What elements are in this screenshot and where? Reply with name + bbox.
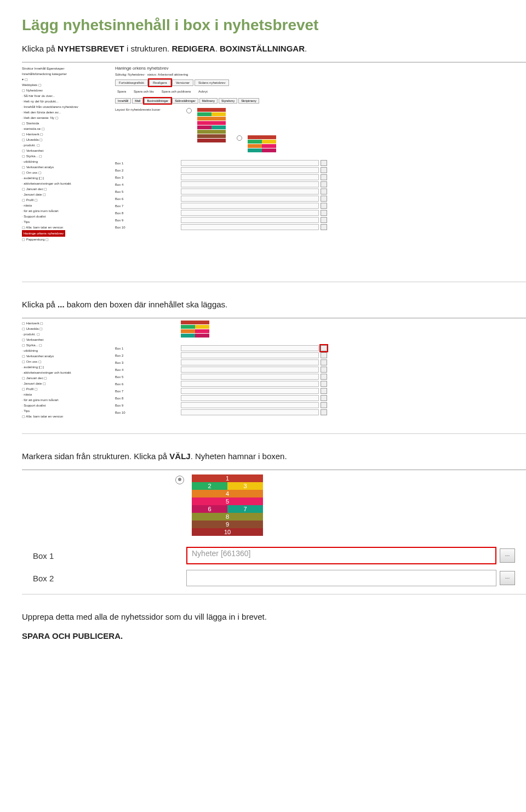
box-browse-button[interactable] (321, 367, 327, 373)
sub-tab[interactable]: Mallmeny (199, 98, 218, 104)
tree-item[interactable]: · produkt. ▢ (22, 142, 104, 148)
tree-item[interactable]: · Helt ny del för produkt... (22, 99, 104, 104)
box-browse-button[interactable] (321, 409, 327, 415)
tree-item[interactable]: · avdelning [▢] (22, 175, 104, 181)
box-browse-button[interactable] (321, 345, 327, 351)
sub-tab[interactable]: Boxinställningar (144, 98, 171, 104)
tree-item[interactable]: · Helt den första delen av... (22, 110, 104, 115)
tree-item[interactable]: ▢ Alla: barn talar en version (22, 414, 104, 419)
main-tab[interactable]: Fortsättsegrafiskt (115, 79, 148, 86)
tree-item[interactable]: ▢ Om oss ▢ (22, 170, 104, 175)
box-browse-button[interactable] (321, 196, 327, 202)
tree-item[interactable]: ▢ Profil ▢ (22, 197, 104, 203)
box-browse-button[interactable] (321, 210, 327, 216)
box2-browse-button[interactable]: ... (500, 571, 515, 585)
box1-input[interactable]: Nyheter [661360] (186, 547, 496, 564)
box1-browse-button[interactable]: ... (500, 548, 515, 563)
box-field[interactable] (181, 395, 319, 401)
tree-item[interactable]: · Innehåll från utvecklarens nyhetsbrev (22, 104, 104, 110)
main-tab[interactable]: Sidans nyhetsbrev (195, 79, 229, 86)
box-field[interactable] (181, 181, 319, 187)
box-field[interactable] (181, 203, 319, 209)
box-browse-button[interactable] (321, 374, 327, 380)
tree-item-selected[interactable]: Haninge orkens nyhetsbrev (22, 230, 65, 237)
tree-item[interactable]: ▢ Styrka... ▢ (22, 153, 104, 159)
box-field[interactable] (181, 217, 319, 223)
sub-tab[interactable]: Styrelsmy (219, 98, 237, 104)
tree-item[interactable]: ▢ Verksamhet analys (22, 164, 104, 170)
tree-item[interactable]: · utbildning (22, 159, 104, 164)
box-browse-button[interactable] (321, 203, 327, 209)
radio-selected-layout[interactable] (175, 476, 184, 484)
box-field[interactable] (181, 210, 319, 216)
tree-item[interactable]: ▾ ▢ (22, 77, 104, 82)
tree-item[interactable]: ▢ Om oss ▢ (22, 359, 104, 364)
tree-item[interactable]: · utbildning (22, 348, 104, 353)
tree-item[interactable]: Innehållsförteckning kategorier (22, 71, 104, 77)
sub-tab[interactable]: Sidinställningar (172, 98, 198, 104)
tree-item[interactable]: ▢ Hantverk ▢ (22, 321, 104, 326)
tree-item[interactable]: · aktivitetsanvisningar och kontakt (22, 370, 104, 375)
tree-item[interactable]: ▢ Verksamhet (22, 148, 104, 153)
tree-item[interactable]: · nästa (22, 203, 104, 208)
box2-input[interactable] (186, 570, 496, 586)
box-field[interactable] (181, 188, 319, 195)
box-field[interactable] (181, 409, 319, 415)
box-field[interactable] (181, 352, 319, 358)
tree-item[interactable]: · Support dualist (22, 214, 104, 219)
tree-item[interactable]: · Support dualist (22, 403, 104, 408)
tree-item[interactable]: ▢ Verksamhet analys (22, 353, 104, 359)
box-browse-button[interactable] (321, 352, 327, 358)
tree-item[interactable]: ▢ Utveckla ▢ (22, 137, 104, 142)
tree-item[interactable]: ▢ Startsida (22, 121, 104, 126)
box-field[interactable] (181, 374, 319, 380)
action-button[interactable]: Spara (115, 89, 128, 94)
tree-item[interactable]: · avdelning [▢] (22, 364, 104, 370)
box-browse-button[interactable] (321, 188, 327, 195)
box-browse-button[interactable] (321, 174, 327, 180)
tree-item[interactable]: ▢ Alla: barn talar en version (22, 225, 104, 230)
tree-item[interactable]: · startsida.se ▢ (22, 126, 104, 131)
box-field[interactable] (181, 388, 319, 394)
box-browse-button[interactable] (321, 395, 327, 401)
tree-item[interactable]: · Helt den senaste: Ny ▢ (22, 115, 104, 121)
box-field[interactable] (181, 167, 319, 173)
box-browse-button[interactable] (321, 181, 327, 187)
tree-item[interactable]: Struktur Innehåll Egenskaper (22, 66, 104, 71)
action-button[interactable]: Spara och läs (132, 89, 156, 94)
box-browse-button[interactable] (321, 402, 327, 408)
box-field[interactable] (181, 367, 319, 373)
sub-tab[interactable]: Skriptmeny (238, 98, 259, 104)
box-browse-button[interactable] (321, 224, 327, 230)
tree-item[interactable]: ▢ Verksamhet (22, 337, 104, 342)
box-browse-button[interactable] (321, 388, 327, 394)
tree-item[interactable]: · aktivitetsanvisningar och kontakt (22, 181, 104, 186)
box-browse-button[interactable] (321, 359, 327, 365)
main-tab[interactable]: Versioner (172, 79, 193, 86)
tree-item[interactable]: · Januari date ▢ (22, 381, 104, 386)
tree-item[interactable]: ▢ Utveckla ▢ (22, 326, 104, 331)
box-field[interactable] (181, 224, 319, 230)
tree-item[interactable]: · Så här fixar du över... (22, 93, 104, 99)
box-browse-button[interactable] (321, 381, 327, 387)
box-field[interactable] (181, 345, 319, 351)
radio-layout-a[interactable] (186, 108, 192, 113)
box-field[interactable] (181, 402, 319, 408)
tree-item[interactable]: · produkt. ▢ (22, 331, 104, 337)
tree-item[interactable]: ▢ Profil ▢ (22, 386, 104, 392)
tree-item[interactable]: ▢ Nyhetsbrev (22, 88, 104, 93)
main-tab[interactable]: Realigera (149, 79, 171, 86)
box-field[interactable] (181, 196, 319, 202)
box-browse-button[interactable] (321, 160, 327, 166)
box-field[interactable] (181, 174, 319, 180)
sub-tab[interactable]: Mall (132, 98, 143, 104)
tree-item[interactable]: · nästa (22, 392, 104, 397)
tree-item[interactable]: Webbplats ▢ (22, 82, 104, 88)
tree-item[interactable]: · Tips (22, 219, 104, 225)
tree-item[interactable]: ▢ Papperskorg ▢ (22, 237, 104, 242)
tree-item[interactable]: ▢ Styrka... ▢ (22, 342, 104, 348)
tree-item[interactable]: ▢ Januari dec ▢ (22, 375, 104, 381)
box-field[interactable] (181, 381, 319, 387)
box-browse-button[interactable] (321, 167, 327, 173)
sub-tab[interactable]: Innehåll (115, 98, 131, 104)
